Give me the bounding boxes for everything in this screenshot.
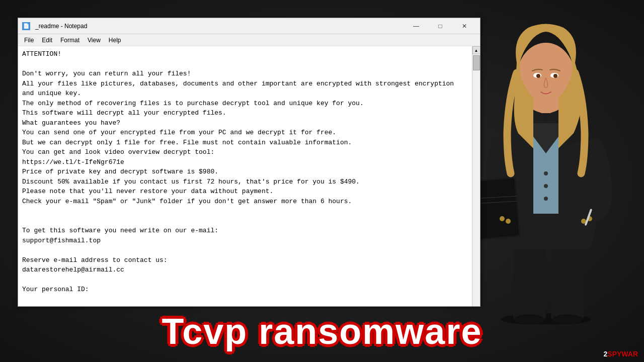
svg-point-19 — [544, 197, 548, 201]
titlebar-buttons: — □ ✕ — [405, 19, 476, 33]
svg-point-15 — [536, 74, 540, 78]
scroll-up-arrow[interactable]: ▲ — [472, 46, 480, 54]
menubar: File Edit Format View Help — [18, 34, 480, 46]
bottom-title-area: Tcvp ransomware — [0, 311, 644, 352]
svg-point-17 — [544, 171, 548, 175]
window-title: _readme - Notepad — [33, 23, 405, 30]
menu-view[interactable]: View — [84, 36, 105, 45]
scrollbar[interactable]: ▲ — [472, 46, 480, 306]
close-button[interactable]: ✕ — [453, 19, 476, 33]
menu-file[interactable]: File — [20, 36, 38, 45]
notepad-content-area: ATTENTION! Don't worry, you can return a… — [18, 46, 480, 306]
menu-edit[interactable]: Edit — [38, 36, 56, 45]
maximize-button[interactable]: □ — [429, 19, 452, 33]
menu-help[interactable]: Help — [105, 36, 125, 45]
svg-point-18 — [544, 184, 548, 188]
minimize-button[interactable]: — — [405, 19, 428, 33]
page-title: Tcvp ransomware — [162, 311, 482, 351]
watermark: 2SPYWAR — [604, 350, 638, 358]
svg-point-16 — [553, 74, 557, 78]
svg-rect-1 — [513, 239, 546, 319]
titlebar: 📄 _readme - Notepad — □ ✕ — [18, 18, 480, 34]
scroll-thumb[interactable] — [473, 55, 480, 70]
person-figure — [453, 23, 639, 324]
notepad-window: 📄 _readme - Notepad — □ ✕ File Edit Form… — [18, 18, 480, 307]
app-icon: 📄 — [22, 22, 30, 30]
notepad-text[interactable]: ATTENTION! Don't worry, you can return a… — [18, 46, 472, 306]
svg-rect-2 — [551, 239, 584, 319]
person-svg — [453, 23, 639, 324]
svg-point-20 — [500, 216, 505, 221]
svg-point-21 — [506, 219, 511, 224]
watermark-spy: SPYWAR — [607, 350, 638, 358]
menu-format[interactable]: Format — [56, 36, 84, 45]
